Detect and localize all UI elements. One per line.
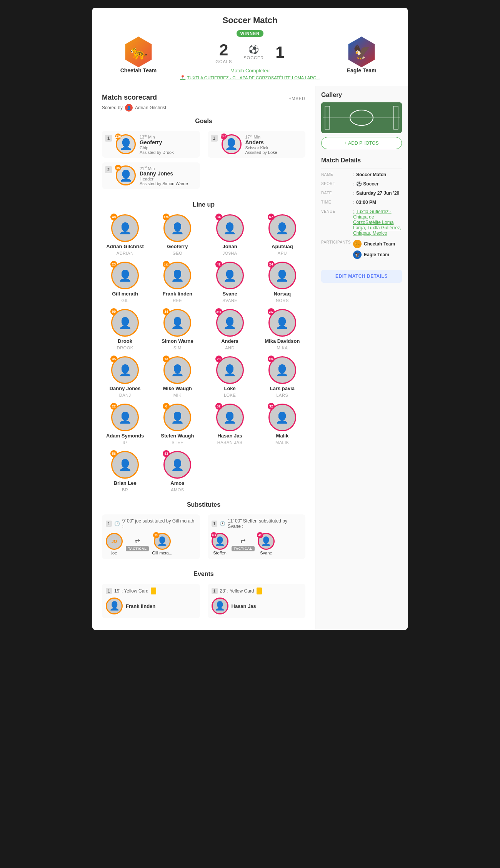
event-header: 1 23' : Yellow Card xyxy=(212,588,302,594)
swap-icon: ⇄ xyxy=(135,537,140,544)
add-photos-button[interactable]: + ADD PHOTOS xyxy=(321,137,402,149)
lineup-player: 👤236GeoferryGEO xyxy=(154,214,200,255)
scorecard-title: Match scorecard xyxy=(102,93,157,102)
lineup-player-name: Amos xyxy=(170,480,184,486)
sub-header: 1 🕐 11' 00" Steffen substituted by Svane… xyxy=(212,518,302,529)
detail-label: NAME xyxy=(321,172,350,177)
detail-label: PARTICIPANTS xyxy=(321,240,350,244)
lineup-player-code: MIK xyxy=(173,393,182,397)
goal-avatar-wrap: 👤 236 xyxy=(116,134,136,154)
event-number: 1 xyxy=(212,588,218,594)
detail-value-venue[interactable]: :Tuxtla Gutierrez - Chiapa de CorzoSatél… xyxy=(353,209,402,236)
score-separator: ⚽ SOCCER xyxy=(243,45,264,60)
sub-player-to: 👤 23 Gill mcra... xyxy=(152,533,172,555)
team-left: 🐆 Cheetah Team xyxy=(108,37,169,73)
goal-type: Header xyxy=(140,177,197,181)
event-item: 1 23' : Yellow Card 👤 Hasan Jas xyxy=(208,584,306,618)
lineup-player-code: HASAN JAS xyxy=(217,440,243,445)
lineup-num-badge: 42 xyxy=(215,261,222,268)
lineup-player: 👤23LokeLOKE xyxy=(207,356,253,397)
lineup-player: 👤42SvaneSVANE xyxy=(207,262,253,303)
embed-button[interactable]: EMBED xyxy=(288,96,305,101)
lineup-player-name: Norsaq xyxy=(273,291,291,297)
lineup-avatar-wrap: 👤32 xyxy=(216,404,244,431)
goal-number: 2 xyxy=(105,166,112,173)
lineup-player-code: JO9HA xyxy=(223,251,237,255)
scored-by-icon: 👤 xyxy=(125,104,133,112)
goal-assist: Assisted by Drook xyxy=(140,150,197,155)
event-column-left: 1 19' : Yellow Card 👤 Frank linden xyxy=(102,584,200,622)
lineup-player-code: NORS xyxy=(276,298,289,303)
location-text: TUXTLA GUTIERREZ - CHIAPA DE CORZOSATÉLI… xyxy=(187,75,320,80)
lineup-player-name: Hasan Jas xyxy=(217,433,242,439)
detail-row-participants: PARTICIPANTS 🐆 Cheetah Team 🦅 Eagle Team xyxy=(321,240,402,261)
detail-value-sport: :⚽ Soccer xyxy=(353,181,402,187)
sub-column-left: 1 🕐 9' 00" joe substituted by Gill mcrat… xyxy=(102,514,200,563)
edit-match-button[interactable]: EDIT MATCH DETAILS xyxy=(321,270,402,283)
clock-icon: 🕐 xyxy=(220,521,225,526)
lineup-avatar-wrap: 👤35 xyxy=(111,356,139,384)
lineup-player-name: Johan xyxy=(222,244,237,249)
lineup-player: 👤234Lars paviaLARS xyxy=(259,356,305,397)
lineup-player: 👤222Frank lindenREE xyxy=(154,262,200,303)
event-time: 23' : Yellow Card xyxy=(220,588,254,594)
lineup-player-name: Simon Warne xyxy=(162,338,193,344)
lineup-player-name: Mike Waugh xyxy=(163,386,192,391)
event-player-name: Hasan Jas xyxy=(232,603,256,609)
participant-eagle: 🦅 Eagle Team xyxy=(353,250,402,259)
lineup-player: 👤32Hasan JasHASAN JAS xyxy=(207,404,253,445)
lineup-player-code: REE xyxy=(173,298,182,303)
lineup-avatar-wrap: 👤232 xyxy=(268,309,296,337)
detail-label: SPORT xyxy=(321,181,350,186)
sport-label: SOCCER xyxy=(243,55,264,60)
sub-player-from: JO joe xyxy=(106,533,123,555)
match-location[interactable]: 📍 TUXTLA GUTIERREZ - CHIAPA DE CORZOSATÉ… xyxy=(180,75,320,80)
goal-info: 21st Min Danny Jones Header Assisted by … xyxy=(140,165,197,186)
teams-row: 🐆 Cheetah Team WINNER 2 GOALS ⚽ SOCCER xyxy=(108,30,392,80)
detail-row-time: TIME :03:00 PM xyxy=(321,200,402,205)
event-number: 1 xyxy=(106,588,112,594)
event-player-row: 👤 Frank linden xyxy=(106,598,196,614)
detail-label: VENUE xyxy=(321,209,350,214)
cheetah-team-name: Cheetah Team xyxy=(120,67,157,73)
goals-label-left: GOALS xyxy=(215,59,232,64)
goals-column-left: 1 👤 236 13th Min Geoferry Chip Assisted … xyxy=(102,131,200,194)
detail-value-time: :03:00 PM xyxy=(353,200,402,205)
lineup-player-name: Stefen Waugh xyxy=(161,433,194,439)
lineup-player: 👤56Brian LeeBR xyxy=(102,451,148,492)
goal-avatar-wrap: 👤 35 xyxy=(116,165,136,185)
goal-player-name: Geoferry xyxy=(140,139,197,145)
lineup-player-code: MALIK xyxy=(275,440,289,445)
lineup-player: 👤245AndersAND xyxy=(207,309,253,350)
match-title: Soccer Match xyxy=(108,15,392,25)
detail-row-venue: VENUE :Tuxtla Gutierrez - Chiapa de Corz… xyxy=(321,209,402,236)
goal-item: 1 👤 236 13th Min Geoferry Chip Assisted … xyxy=(102,131,200,158)
score-block: WINNER 2 GOALS ⚽ SOCCER 1 Match Complete… xyxy=(169,30,331,80)
lineup-player-code: APU xyxy=(278,251,287,255)
lineup-avatar-wrap: 👤34 xyxy=(216,214,244,242)
lineup-player: 👤24NorsaqNORS xyxy=(259,262,305,303)
lineup-player-code: BR xyxy=(122,487,128,492)
event-header: 1 19' : Yellow Card xyxy=(106,588,196,594)
detail-label: TIME xyxy=(321,200,350,204)
lineup-player: 👤99DrookDROOK xyxy=(102,309,148,350)
lineup-num-badge: 34 xyxy=(215,214,222,220)
page-wrapper: Soccer Match 🐆 Cheetah Team WINNER 2 GOA… xyxy=(92,8,408,630)
eagle-team-logo: 🦅 xyxy=(346,37,377,67)
goal-item: 1 👤 245 17th Min Anders Scissor Kick Ass… xyxy=(208,131,306,158)
sub-num-badge: 345 xyxy=(211,532,217,538)
cheetah-icon: 🐆 xyxy=(353,240,362,248)
winner-badge: WINNER xyxy=(237,30,264,37)
lineup-player-code: SVANE xyxy=(222,298,237,303)
lineup-avatar-wrap: 👤13 xyxy=(163,356,191,384)
lineup-avatar-wrap: 👤236 xyxy=(163,214,191,242)
lineup-player-name: Mika Davidson xyxy=(265,338,300,344)
goal-player-num: 236 xyxy=(115,134,121,140)
lineup-player: 👤34JohanJO9HA xyxy=(207,214,253,255)
lineup-player-code: GEO xyxy=(172,251,182,255)
sub-players: JO joe ⇄ TACTICAL 👤 xyxy=(106,533,196,555)
scored-by-name: Adrian Gilchrist xyxy=(135,105,166,110)
detail-row-name: NAME :Soccer Match xyxy=(321,172,402,177)
goal-type: Chip xyxy=(140,145,197,150)
location-pin-icon: 📍 xyxy=(180,75,185,80)
